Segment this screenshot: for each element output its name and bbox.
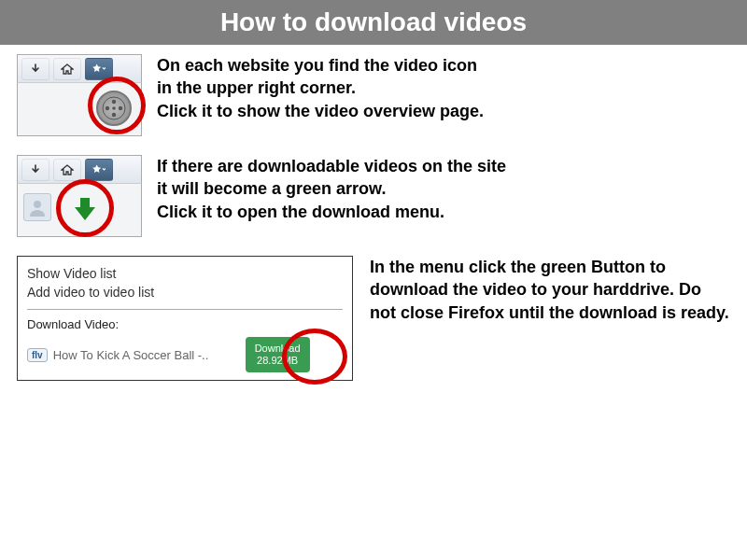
download-button[interactable]: Download 28.92MB: [246, 337, 310, 372]
toolbar-body-2: [17, 183, 142, 237]
step-3-description: In the menu click the green Button to do…: [370, 256, 730, 324]
toolbar-mock-2: [17, 155, 142, 183]
download-arrow-icon: [21, 159, 49, 181]
svg-point-1: [112, 100, 116, 104]
avatar-placeholder-icon: [23, 193, 51, 221]
toolbar-body-1: [17, 82, 142, 136]
step-3-row: Show Video list Add video to video list …: [17, 256, 730, 381]
svg-point-3: [106, 106, 109, 110]
step-2-thumb: [17, 155, 142, 237]
video-row: flv How To Kick A Soccer Ball -.. Downlo…: [27, 337, 343, 372]
step-2-description: If there are downloadable videos on the …: [157, 155, 506, 223]
home-icon: [53, 58, 81, 80]
menu-item-add-to-list[interactable]: Add video to video list: [27, 283, 343, 301]
svg-point-2: [112, 113, 116, 117]
content-area: On each website you find the video icon …: [0, 45, 747, 409]
home-icon: [53, 159, 81, 181]
step-3-thumb: Show Video list Add video to video list …: [17, 256, 353, 381]
menu-section-label: Download Video:: [27, 317, 343, 331]
bookmark-dropdown-icon: [85, 159, 113, 181]
green-download-arrow-icon: [66, 189, 104, 227]
menu-item-show-list[interactable]: Show Video list: [27, 264, 343, 283]
step-1-thumb: [17, 54, 142, 136]
download-menu-panel: Show Video list Add video to video list …: [17, 256, 353, 381]
toolbar-mock-1: [17, 54, 142, 82]
step-1-row: On each website you find the video icon …: [17, 54, 730, 136]
step-2-row: If there are downloadable videos on the …: [17, 155, 730, 237]
svg-point-4: [119, 106, 122, 110]
video-reel-icon: [96, 91, 132, 126]
download-size: 28.92MB: [257, 355, 298, 366]
svg-point-6: [34, 201, 41, 208]
svg-point-5: [112, 106, 116, 110]
flv-badge: flv: [27, 348, 48, 362]
bookmark-dropdown-icon: [85, 58, 113, 80]
download-arrow-icon: [21, 58, 49, 80]
page-title: How to download videos: [0, 0, 747, 45]
video-title-text: How To Kick A Soccer Ball -..: [53, 348, 240, 362]
menu-divider: [27, 309, 343, 310]
step-1-description: On each website you find the video icon …: [157, 54, 484, 122]
download-label: Download: [255, 343, 301, 354]
